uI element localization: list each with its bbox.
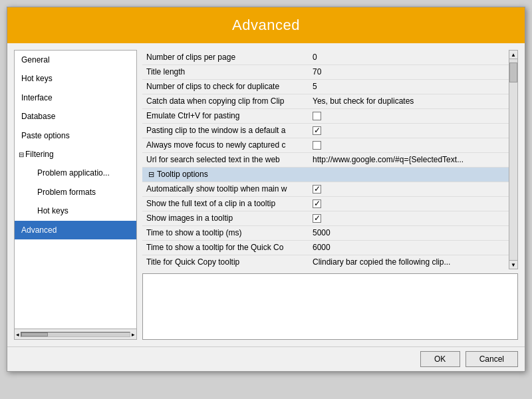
- scroll-down-arrow[interactable]: ▼: [509, 260, 518, 269]
- table-row[interactable]: Title length 70: [142, 65, 509, 79]
- sidebar-scrollbar[interactable]: ◂ ▸: [15, 329, 136, 339]
- table-row[interactable]: Url for search selected text in the web …: [142, 152, 509, 167]
- setting-label: Time to show a tooltip for the Quick Co: [142, 240, 309, 255]
- sidebar-item-hotkeys[interactable]: Hot keys: [15, 69, 136, 88]
- table-row[interactable]: Show the full text of a clip in a toolti…: [142, 196, 509, 211]
- sidebar-item-problem-formats[interactable]: Problem formats: [15, 183, 136, 201]
- setting-value[interactable]: 5000: [309, 225, 509, 240]
- scroll-left-arrow[interactable]: ◂: [16, 331, 19, 338]
- ok-button[interactable]: OK: [420, 351, 460, 367]
- table-row[interactable]: Always move focus to newly captured c: [142, 138, 509, 152]
- setting-label: Emulate Ctrl+V for pasting: [142, 108, 309, 123]
- main-content: Number of clips per page 0 Title length …: [142, 50, 518, 340]
- scroll-thumb[interactable]: [509, 63, 517, 82]
- setting-value-checkbox[interactable]: [309, 211, 509, 225]
- table-row[interactable]: Pasting clip to the window is a default …: [142, 123, 509, 138]
- setting-label: Number of clips to check for duplicate: [142, 79, 309, 94]
- settings-table-wrapper: Number of clips per page 0 Title length …: [142, 50, 518, 269]
- setting-value-checkbox[interactable]: [309, 138, 509, 152]
- auto-show-tooltip-checkbox[interactable]: [313, 185, 321, 194]
- move-focus-checkbox[interactable]: [313, 141, 321, 150]
- setting-value-checkbox[interactable]: [309, 196, 509, 211]
- table-row[interactable]: Title for Quick Copy tooltip Clindiary b…: [142, 255, 509, 269]
- table-row[interactable]: Automatically show tooltip when main w: [142, 182, 509, 196]
- tooltip-section-header[interactable]: ⊟Tooltip options: [142, 167, 509, 182]
- sidebar-content: General Hot keys Interface Database Past…: [15, 51, 136, 329]
- setting-label: Catch data when copying clip from Clip: [142, 94, 309, 108]
- full-text-tooltip-checkbox[interactable]: [313, 200, 321, 208]
- dialog-body: General Hot keys Interface Database Past…: [7, 43, 525, 346]
- setting-value[interactable]: 6000: [309, 240, 509, 255]
- setting-value[interactable]: Clindiary bar copied the following clip.…: [309, 255, 509, 269]
- sidebar-item-database[interactable]: Database: [15, 107, 136, 126]
- setting-value-checkbox[interactable]: [309, 123, 509, 138]
- sidebar: General Hot keys Interface Database Past…: [14, 50, 137, 340]
- sidebar-item-paste-options[interactable]: Paste options: [15, 126, 136, 145]
- setting-label: Always move focus to newly captured c: [142, 138, 309, 152]
- setting-label: Number of clips per page: [142, 50, 309, 65]
- table-row[interactable]: Time to show a tooltip for the Quick Co …: [142, 240, 509, 255]
- setting-value[interactable]: Yes, but check for duplicates: [309, 94, 509, 108]
- sidebar-item-filtering-hotkeys[interactable]: Hot keys: [15, 201, 136, 220]
- images-tooltip-checkbox[interactable]: [313, 214, 321, 223]
- pasting-default-checkbox[interactable]: [313, 126, 321, 135]
- sidebar-item-interface[interactable]: Interface: [15, 88, 136, 107]
- section-expand-icon[interactable]: ⊟: [146, 170, 156, 179]
- table-row[interactable]: Number of clips to check for duplicate 5: [142, 79, 509, 94]
- settings-table: Number of clips per page 0 Title length …: [142, 50, 509, 269]
- filtering-expand-icon: ⊟: [19, 151, 24, 158]
- setting-label: Automatically show tooltip when main w: [142, 182, 309, 196]
- setting-value[interactable]: http://www.google.com/#q={SelectedText..…: [309, 152, 509, 167]
- sidebar-item-general[interactable]: General: [15, 51, 136, 69]
- sidebar-item-filtering[interactable]: ⊟Filtering: [15, 145, 136, 164]
- setting-label: Pasting clip to the window is a default …: [142, 123, 309, 138]
- description-box: [142, 273, 518, 340]
- scroll-track: [509, 59, 518, 260]
- setting-label: Title for Quick Copy tooltip: [142, 255, 309, 269]
- setting-label: Show the full text of a clip in a toolti…: [142, 196, 309, 211]
- bottom-bar: OK Cancel: [7, 346, 525, 371]
- setting-value[interactable]: 5: [309, 79, 509, 94]
- setting-value[interactable]: 70: [309, 65, 509, 79]
- sidebar-item-problem-applications[interactable]: Problem applicatio...: [15, 164, 136, 182]
- table-row[interactable]: Number of clips per page 0: [142, 50, 509, 65]
- advanced-dialog: Advanced General Hot keys Interface Data…: [7, 7, 525, 372]
- dialog-title: Advanced: [7, 7, 525, 43]
- sidebar-item-advanced[interactable]: Advanced: [15, 221, 136, 239]
- setting-label: Url for search selected text in the web: [142, 152, 309, 167]
- table-row[interactable]: Catch data when copying clip from Clip Y…: [142, 94, 509, 108]
- setting-label: Show images in a tooltip: [142, 211, 309, 225]
- setting-value[interactable]: 0: [309, 50, 509, 65]
- setting-label: Title length: [142, 65, 309, 79]
- tooltip-section-label: ⊟Tooltip options: [142, 167, 509, 182]
- scroll-right-arrow[interactable]: ▸: [132, 331, 135, 338]
- scroll-up-arrow[interactable]: ▲: [509, 50, 518, 59]
- emulate-ctrl-v-checkbox[interactable]: [313, 112, 321, 120]
- table-row[interactable]: Show images in a tooltip: [142, 211, 509, 225]
- table-row[interactable]: Emulate Ctrl+V for pasting: [142, 108, 509, 123]
- scrollbar-track: [21, 332, 130, 337]
- setting-label: Time to show a tooltip (ms): [142, 225, 309, 240]
- table-row[interactable]: Time to show a tooltip (ms) 5000: [142, 225, 509, 240]
- setting-value-checkbox[interactable]: [309, 108, 509, 123]
- scrollbar-thumb[interactable]: [21, 332, 48, 336]
- settings-scrollbar-v[interactable]: ▲ ▼: [509, 50, 518, 269]
- setting-value-checkbox[interactable]: [309, 182, 509, 196]
- cancel-button[interactable]: Cancel: [466, 351, 518, 367]
